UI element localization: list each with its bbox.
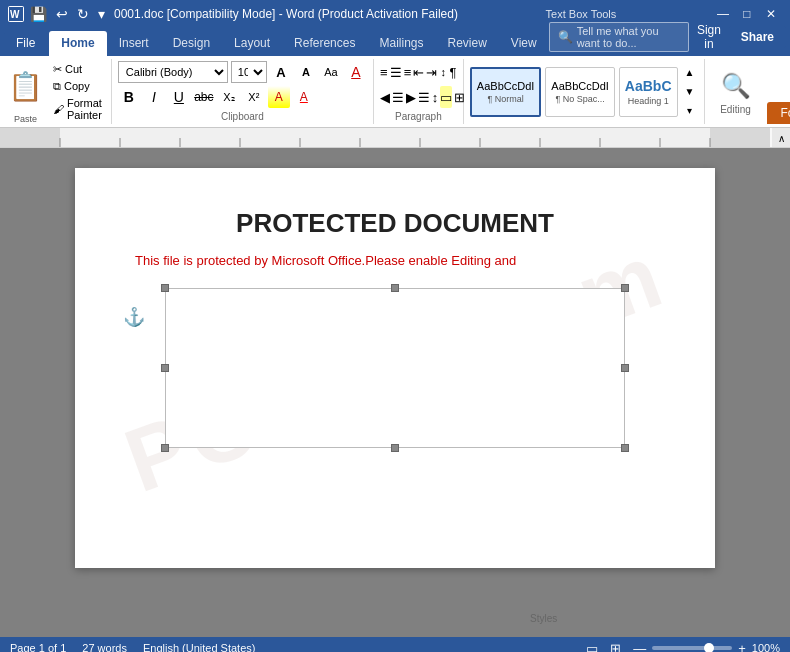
align-center-button[interactable]: ☰ <box>392 86 404 108</box>
tell-me-box[interactable]: 🔍 Tell me what you want to do... <box>549 22 690 52</box>
styles-group-label: Styles <box>530 613 557 624</box>
multilevel-list-button[interactable]: ≡ <box>404 61 412 83</box>
paste-icon: 📋 <box>8 73 43 101</box>
document-page: PCTechCom ⚓ PROTECTED DOCUMENT This file… <box>75 168 715 568</box>
ruler: ∧ <box>0 128 790 148</box>
para-row1: ≡ ☰ ≡ ⇤ ⇥ ↕ ¶ <box>380 61 457 83</box>
paste-button[interactable]: 📋 <box>4 59 47 114</box>
handle-middle-right[interactable] <box>621 364 629 372</box>
subscript-button[interactable]: X₂ <box>218 86 240 108</box>
tab-home[interactable]: Home <box>49 31 106 56</box>
ribbon-tab-bar: File Home Insert Design Layout Reference… <box>0 28 790 56</box>
paragraph-group-label: Paragraph <box>380 111 457 122</box>
editing-group-label: Editing <box>720 104 751 115</box>
tab-insert[interactable]: Insert <box>107 31 161 56</box>
tab-references[interactable]: References <box>282 31 367 56</box>
align-left-button[interactable]: ◀ <box>380 86 390 108</box>
cut-button[interactable]: ✂ Cut <box>50 62 105 77</box>
tab-design[interactable]: Design <box>161 31 222 56</box>
copy-label: Copy <box>64 80 90 92</box>
style-heading1[interactable]: AaBbC Heading 1 <box>619 67 678 117</box>
format-tab[interactable]: Format <box>767 102 791 124</box>
zoom-out-button[interactable]: — <box>631 639 648 653</box>
text-highlight-button[interactable]: A <box>268 86 290 108</box>
para-row2: ◀ ☰ ▶ ☰ ↕ ▭ ⊞ <box>380 86 457 108</box>
font-size-select[interactable]: 10.5 <box>231 61 267 83</box>
clipboard-sub: ✂ Cut ⧉ Copy 🖌 Format Painter <box>50 59 105 124</box>
font-color-button[interactable]: A <box>293 86 315 108</box>
handle-top-center[interactable] <box>391 284 399 292</box>
bold-button[interactable]: B <box>118 86 140 108</box>
find-button[interactable]: 🔍 <box>713 68 759 104</box>
bullets-button[interactable]: ≡ <box>380 61 388 83</box>
line-spacing-button[interactable]: ↕ <box>432 86 439 108</box>
tab-review[interactable]: Review <box>435 31 498 56</box>
shading-button[interactable]: ▭ <box>440 86 452 108</box>
handle-bottom-left[interactable] <box>161 444 169 452</box>
undo-quick-btn[interactable]: ↩ <box>53 4 71 24</box>
handle-top-left[interactable] <box>161 284 169 292</box>
format-painter-button[interactable]: 🖌 Format Painter <box>50 96 105 122</box>
svg-rect-3 <box>0 128 60 148</box>
decrease-indent-button[interactable]: ⇤ <box>413 61 424 83</box>
styles-scroll-up[interactable]: ▲ <box>682 65 698 81</box>
print-layout-view-button[interactable]: ▭ <box>584 639 600 653</box>
close-button[interactable]: ✕ <box>760 4 782 24</box>
styles-scroll-down[interactable]: ▼ <box>682 84 698 100</box>
italic-button[interactable]: I <box>143 86 165 108</box>
style-normal[interactable]: AaBbCcDdI ¶ Normal <box>470 67 541 117</box>
minimize-button[interactable]: — <box>712 4 734 24</box>
find-icon: 🔍 <box>721 72 751 100</box>
style-heading1-label: Heading 1 <box>628 96 669 106</box>
tab-mailings[interactable]: Mailings <box>367 31 435 56</box>
text-box-container[interactable] <box>165 288 625 448</box>
copy-button[interactable]: ⧉ Copy <box>50 79 105 94</box>
language: English (United States) <box>143 642 256 652</box>
zoom-slider[interactable] <box>652 646 732 650</box>
tab-file[interactable]: File <box>4 31 47 56</box>
underline-button[interactable]: U <box>168 86 190 108</box>
maximize-button[interactable]: □ <box>736 4 758 24</box>
sign-in-button[interactable]: Sign in <box>695 23 722 51</box>
numbering-button[interactable]: ☰ <box>390 61 402 83</box>
paste-section: 📋 Paste <box>4 59 47 124</box>
font-group-label: Clipboard <box>118 111 367 122</box>
strikethrough-button[interactable]: abc <box>193 86 215 108</box>
handle-middle-left[interactable] <box>161 364 169 372</box>
change-case-button[interactable]: Aa <box>320 61 342 83</box>
show-formatting-button[interactable]: ¶ <box>449 61 457 83</box>
tab-layout[interactable]: Layout <box>222 31 282 56</box>
align-right-button[interactable]: ▶ <box>406 86 416 108</box>
text-box-tools-label: Text Box Tools <box>536 6 627 22</box>
superscript-button[interactable]: X² <box>243 86 265 108</box>
ruler-collapse-button[interactable]: ∧ <box>772 128 790 148</box>
styles-expand[interactable]: ▾ <box>682 103 698 119</box>
ribbon: 📋 Paste ✂ Cut ⧉ Copy 🖌 Format Painter Ca… <box>0 56 790 128</box>
svg-rect-4 <box>710 128 770 148</box>
redo-quick-btn[interactable]: ↻ <box>74 4 92 24</box>
font-family-select[interactable]: Calibri (Body) <box>118 61 228 83</box>
sort-button[interactable]: ↕ <box>439 61 447 83</box>
customize-quick-btn[interactable]: ▾ <box>95 4 108 24</box>
zoom-slider-thumb <box>704 643 714 652</box>
web-layout-view-button[interactable]: ⊞ <box>608 639 623 653</box>
style-nospace-preview: AaBbCcDdI <box>551 80 608 92</box>
tab-view[interactable]: View <box>499 31 549 56</box>
justify-button[interactable]: ☰ <box>418 86 430 108</box>
style-normal-label: ¶ Normal <box>487 94 523 104</box>
style-no-space[interactable]: AaBbCcDdI ¶ No Spac... <box>545 67 614 117</box>
format-tab-section: Format <box>767 102 791 124</box>
handle-bottom-center[interactable] <box>391 444 399 452</box>
share-button[interactable]: Share <box>729 26 786 48</box>
increase-indent-button[interactable]: ⇥ <box>426 61 437 83</box>
scissors-icon: ✂ <box>53 63 62 76</box>
handle-top-right[interactable] <box>621 284 629 292</box>
handle-bottom-right[interactable] <box>621 444 629 452</box>
clear-format-button[interactable]: A <box>345 61 367 83</box>
title-bar-left: W 💾 ↩ ↻ ▾ 0001.doc [Compatibility Mode] … <box>8 4 458 24</box>
zoom-in-button[interactable]: + <box>736 639 748 653</box>
svg-rect-2 <box>0 128 770 148</box>
save-quick-btn[interactable]: 💾 <box>27 4 50 24</box>
shrink-font-button[interactable]: A <box>295 61 317 83</box>
grow-font-button[interactable]: A <box>270 61 292 83</box>
